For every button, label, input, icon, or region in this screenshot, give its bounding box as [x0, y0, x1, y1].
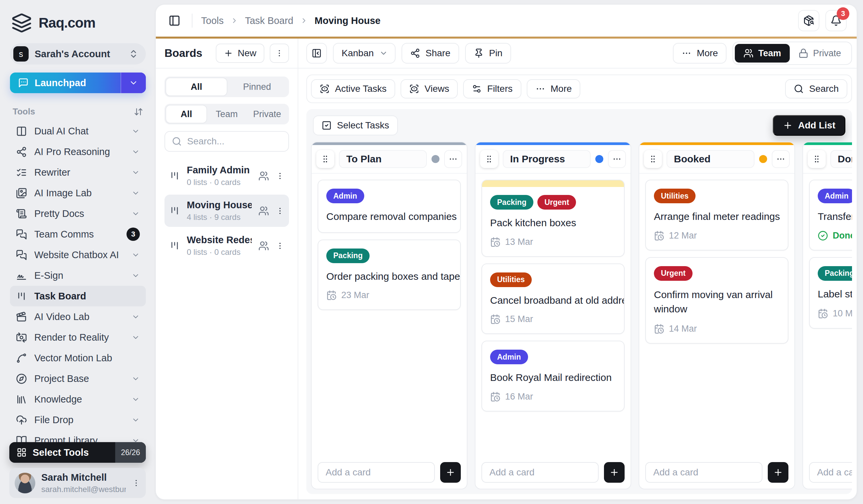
column-menu-button[interactable] — [444, 150, 462, 168]
sidebar-item-website-chatbox-ai[interactable]: Website Chatbox AI — [10, 245, 146, 265]
sidebar-toggle-button[interactable] — [166, 12, 183, 29]
task-card[interactable]: AdminBook Royal Mail redirection16 Mar — [481, 341, 625, 412]
filter-button-more[interactable]: More — [527, 79, 581, 99]
filter-button-filters[interactable]: Filters — [463, 79, 521, 99]
drag-handle[interactable] — [316, 150, 334, 168]
add-card-input[interactable] — [809, 462, 852, 483]
users-icon — [258, 241, 269, 251]
card-labels: Packing — [326, 248, 452, 263]
task-card[interactable]: AdminCompare removal companies — [318, 180, 461, 233]
launchpad-main[interactable]: Launchpad — [10, 73, 121, 93]
board-item-website-redesign-ta[interactable]: Website Redesign Ta...0 lists · 0 cards — [164, 230, 289, 262]
card-labels: Admin — [490, 350, 616, 364]
toolbar-right: More TeamPrivate — [673, 42, 852, 65]
notifications-button[interactable]: 3 — [825, 10, 847, 31]
more-button[interactable]: More — [673, 43, 727, 64]
new-board-button[interactable]: New — [216, 43, 264, 63]
select-tools-button[interactable]: Select Tools 26/26 — [9, 442, 146, 463]
check-square-icon — [322, 120, 332, 130]
launchpad-expand-button[interactable] — [121, 73, 146, 93]
tab-pinned[interactable]: Pinned — [227, 78, 287, 95]
add-card-input[interactable] — [318, 462, 435, 483]
board-item-moving-house[interactable]: Moving House4 lists · 9 cards — [164, 195, 289, 227]
card-labels: PackingUrgent — [490, 195, 616, 210]
add-card-input[interactable] — [481, 462, 599, 483]
sidebar-item-team-comms[interactable]: Team Comms3 — [10, 224, 146, 245]
filter-button-views[interactable]: Views — [401, 79, 458, 99]
task-card[interactable]: UtilitiesCancel broadband at old address… — [481, 263, 625, 334]
filter-button-active-tasks[interactable]: Active Tasks — [311, 79, 395, 99]
task-card[interactable]: UtilitiesArrange final meter readings12 … — [645, 180, 788, 250]
grid-icon — [17, 448, 27, 457]
add-card-input[interactable] — [645, 462, 762, 483]
drag-handle[interactable] — [808, 150, 826, 168]
add-list-button[interactable]: Add List — [773, 115, 845, 136]
column-title[interactable]: Booked — [666, 150, 754, 168]
card-labels: Packing — [818, 266, 852, 281]
column-title[interactable]: To Plan — [339, 150, 427, 168]
package-search-button[interactable] — [798, 10, 820, 31]
kebab-menu-icon[interactable] — [132, 479, 140, 487]
scope-tab-private[interactable]: Private — [247, 105, 287, 123]
launchpad-button[interactable]: Launchpad — [10, 73, 146, 93]
tab-all[interactable]: All — [166, 78, 227, 95]
clapperboard-icon — [16, 311, 27, 322]
sidebar-item-pretty-docs[interactable]: Pretty Docs — [10, 203, 146, 224]
grip-icon — [648, 154, 658, 164]
board-item-family-admin[interactable]: Family Admin0 lists · 0 cards — [164, 160, 289, 192]
column-menu-button[interactable] — [608, 150, 626, 168]
sidebar-item-e-sign[interactable]: E-Sign — [10, 265, 146, 286]
task-card[interactable]: PackingOrder packing boxes and tape23 Ma… — [318, 240, 461, 310]
add-card-button[interactable] — [768, 462, 788, 483]
search-button[interactable]: Search — [785, 79, 847, 99]
column-title[interactable]: Done — [830, 150, 852, 168]
scope-tab-team[interactable]: Team — [207, 105, 247, 123]
column-title[interactable]: In Progress — [503, 150, 591, 168]
add-card-button[interactable] — [440, 462, 461, 483]
user-card[interactable]: Sarah Mitchell sarah.mitchell@westbur... — [9, 468, 146, 498]
scope-tab-all[interactable]: All — [166, 105, 207, 123]
panel-left-icon — [168, 15, 180, 27]
visibility-team[interactable]: Team — [735, 44, 790, 63]
card-title: Confirm moving van arrival window — [654, 287, 780, 316]
column-menu-button[interactable] — [772, 150, 790, 168]
breadcrumb-item-tools[interactable]: Tools — [201, 15, 224, 26]
account-switcher[interactable]: s Sarah's Account — [10, 43, 146, 65]
select-tasks-button[interactable]: Select Tasks — [313, 115, 398, 135]
task-card[interactable]: PackingUrgentPack kitchen boxes13 Mar — [481, 180, 625, 257]
share-button[interactable]: Share — [401, 43, 459, 64]
boards-search[interactable] — [164, 131, 289, 152]
task-card[interactable]: UrgentConfirm moving van arrival window1… — [645, 257, 788, 344]
sidebar-item-task-board[interactable]: Task Board — [10, 286, 146, 306]
collapse-panel-button[interactable] — [306, 43, 327, 64]
sidebar-item-dual-ai-chat[interactable]: Dual AI Chat — [10, 121, 146, 141]
drag-handle[interactable] — [644, 150, 662, 168]
label-badge-packing: Packing — [818, 266, 852, 281]
sidebar-item-render-to-reality[interactable]: Render to Reality — [10, 327, 146, 348]
pin-button[interactable]: Pin — [465, 43, 511, 64]
sidebar-item-rewriter[interactable]: Rewriter — [10, 162, 146, 183]
task-card[interactable]: AdminTransfer cDone — [809, 180, 852, 250]
breadcrumb-item-task-board[interactable]: Task Board — [245, 15, 293, 26]
sidebar-item-ai-image-lab[interactable]: AI Image Lab — [10, 183, 146, 203]
sidebar-item-file-drop[interactable]: File Drop — [10, 410, 146, 430]
sidebar-item-vector-motion-lab[interactable]: Vector Motion Lab — [10, 348, 146, 368]
visibility-private[interactable]: Private — [790, 44, 850, 63]
boards-menu-button[interactable] — [270, 43, 289, 63]
view-selector-dropdown[interactable]: Kanban — [333, 43, 396, 64]
sidebar-item-label: Render to Reality — [34, 332, 109, 343]
sort-arrows-icon[interactable] — [134, 107, 143, 116]
add-card-button[interactable] — [604, 462, 625, 483]
sidebar-item-knowledge[interactable]: Knowledge — [10, 389, 146, 410]
sidebar-item-label: AI Image Lab — [34, 188, 92, 198]
sidebar-item-ai-pro-reasoning[interactable]: AI Pro Reasoning — [10, 141, 146, 162]
drag-handle[interactable] — [480, 150, 498, 168]
sidebar-item-project-base[interactable]: Project Base — [10, 368, 146, 389]
sidebar-item-ai-video-lab[interactable]: AI Video Lab — [10, 306, 146, 327]
boards-search-input[interactable] — [187, 136, 282, 147]
select-tools-main[interactable]: Select Tools — [9, 442, 115, 463]
task-card[interactable]: PackingLabel stor10 Mar — [809, 257, 852, 329]
switch-camera-icon — [16, 332, 27, 343]
ellipsis-icon — [681, 48, 691, 58]
messages-icon — [16, 249, 27, 260]
